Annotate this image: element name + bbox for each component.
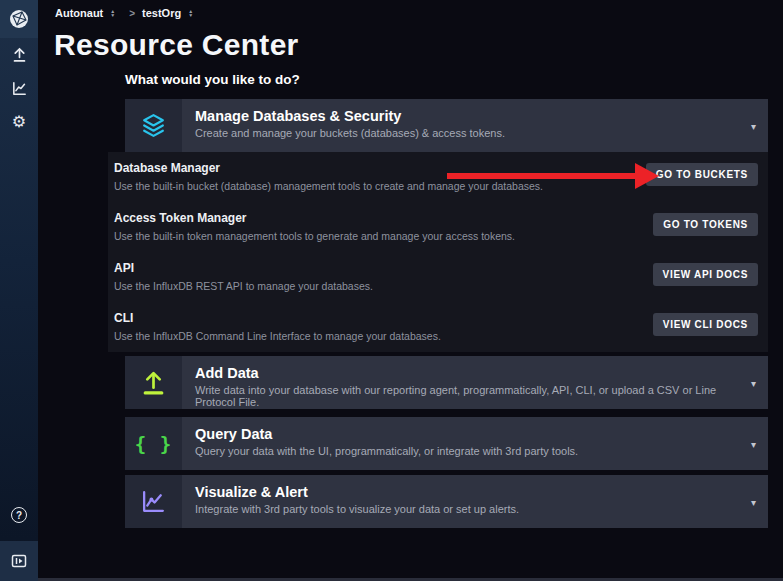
sidebar: ⚙ ? [0,0,38,581]
panel-text: Manage Databases & Security Create and m… [182,99,768,152]
data-explorer-nav-icon[interactable] [9,78,29,98]
access-token-manager-row: Access Token Manager Use the built-in to… [108,202,768,252]
breadcrumb-org[interactable]: Autonaut [55,7,103,19]
panel-query-data[interactable]: { } Query Data Query your data with the … [125,417,768,470]
breadcrumb-project[interactable]: testOrg [142,7,181,19]
panel-text: Visualize & Alert Integrate with 3rd par… [182,475,768,528]
view-api-docs-button[interactable]: VIEW API DOCS [653,263,758,286]
load-data-nav-icon[interactable] [9,44,29,64]
cli-row: CLI Use the InfluxDB Command Line Interf… [108,302,768,352]
influxdb-logo-icon [8,8,30,30]
database-manager-row: Database Manager Use the built-in bucket… [108,152,768,202]
go-to-tokens-button[interactable]: GO TO TOKENS [653,213,758,236]
panel-title: Add Data [195,365,742,381]
breadcrumb: Autonaut ▲ ▼ > testOrg ▲ ▼ [55,7,200,19]
settings-gear-icon[interactable]: ⚙ [9,112,29,132]
panel-description: Integrate with 3rd party tools to visual… [195,503,742,515]
help-icon[interactable]: ? [0,507,38,523]
manage-expanded-content: Database Manager Use the built-in bucket… [108,152,768,352]
line-chart-icon [125,475,182,528]
upload-arrow-icon [125,356,182,409]
view-cli-docs-button[interactable]: VIEW CLI DOCS [653,313,758,336]
collapse-caret-icon[interactable]: ▾ [751,377,756,388]
page-subtitle: What would you like to do? [125,72,300,87]
layers-icon [125,99,182,152]
collapse-caret-icon[interactable]: ▾ [751,496,756,507]
panel-text: Query Data Query your data with the UI, … [182,417,768,470]
panel-add-data[interactable]: Add Data Write data into your database w… [125,356,768,409]
panel-title: Visualize & Alert [195,484,742,500]
panel-description: Write data into your database with our r… [195,384,742,408]
panel-visualize-alert[interactable]: Visualize & Alert Integrate with 3rd par… [125,475,768,528]
app-window: ⚙ ? Autonaut ▲ ▼ > testOrg ▲ ▼ Resource … [0,0,783,581]
curly-braces-icon: { } [125,417,182,470]
panel-text: Add Data Write data into your database w… [182,356,768,409]
panel-manage-databases[interactable]: Manage Databases & Security Create and m… [125,99,768,152]
panel-title: Query Data [195,426,742,442]
panel-description: Create and manage your buckets (database… [195,127,742,139]
panel-description: Query your data with the UI, programmati… [195,445,742,457]
collapse-caret-icon[interactable]: ▾ [751,438,756,449]
org-switcher-caret-icon[interactable]: ▲ ▼ [110,9,115,17]
api-row: API Use the InfluxDB REST API to manage … [108,252,768,302]
sidebar-nav: ⚙ [0,44,38,132]
go-to-buckets-button[interactable]: GO TO BUCKETS [646,163,758,186]
breadcrumb-separator-icon: > [129,8,135,19]
page-title: Resource Center [54,28,299,62]
expand-sidebar-icon[interactable] [0,541,38,581]
collapse-caret-icon[interactable]: ▾ [751,120,756,131]
project-switcher-caret-icon[interactable]: ▲ ▼ [188,9,193,17]
panel-title: Manage Databases & Security [195,108,742,124]
influxdb-logo[interactable] [0,0,38,38]
